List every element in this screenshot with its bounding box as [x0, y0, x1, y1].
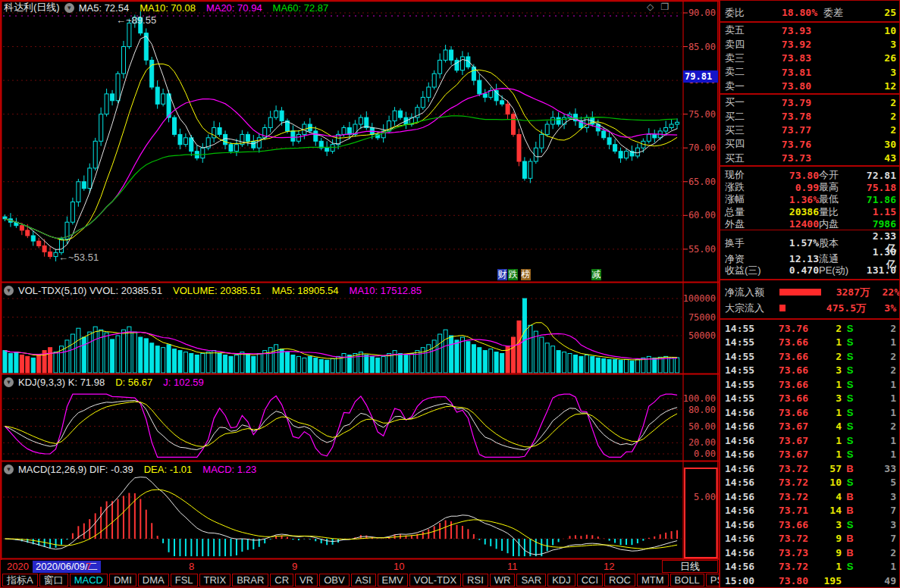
- tick-count: 1: [858, 449, 896, 460]
- tick-price: 73.76: [760, 323, 808, 334]
- stat-value: 131.0: [863, 264, 896, 276]
- tick-count: 5: [858, 477, 896, 488]
- chevron-down-icon[interactable]: ▾: [4, 377, 14, 387]
- main-indicator-value-2: MA20: 70.94: [206, 2, 262, 14]
- kdj-axis-tick: 80.00: [682, 405, 716, 415]
- tick-count: 2: [858, 421, 896, 432]
- main-axis-tick: 70.00: [682, 142, 716, 153]
- charts-column: 科达利(日线) ▾ MA5: 72.54MA10: 70.08MA20: 70.…: [1, 1, 719, 588]
- indicator-button-roc[interactable]: ROC: [604, 574, 635, 586]
- main-chart-header: 科达利(日线) ▾ MA5: 72.54MA10: 70.08MA20: 70.…: [4, 2, 339, 14]
- stat-value: 73.80: [769, 170, 819, 181]
- tick-price: 73.80: [760, 575, 808, 586]
- chevron-down-icon[interactable]: ▾: [4, 286, 14, 296]
- ask-volume: 26: [811, 52, 896, 64]
- stat-row: 现价73.80今开72.81: [720, 168, 900, 180]
- tick-row: 14:5673.661S1: [720, 405, 900, 420]
- bid-label: 买五: [725, 152, 763, 165]
- indicator-button-asi[interactable]: ASI: [351, 574, 376, 586]
- kdj-axis-tick: 50.00: [682, 421, 716, 432]
- indicator-button-boll[interactable]: BOLL: [670, 574, 704, 586]
- bid-price: 73.79: [763, 97, 811, 108]
- main-axis-tick: 55.00: [682, 244, 716, 255]
- tick-time: 14:56: [725, 421, 760, 432]
- split-window-icon[interactable]: ❐: [661, 2, 670, 12]
- ask-price: 73.81: [763, 67, 811, 78]
- stat-row: 总量20386量比1.15: [720, 205, 900, 217]
- tick-list[interactable]: 14:5573.762S214:5573.661S114:5573.662S21…: [720, 320, 900, 588]
- tick-time: 14:55: [725, 379, 760, 390]
- tick-side: S: [842, 393, 858, 404]
- tick-count: 1: [858, 407, 896, 418]
- indicator-button-brar[interactable]: BRAR: [232, 574, 268, 586]
- indicator-button-mtm[interactable]: MTM: [637, 574, 669, 586]
- indicator-button-trix[interactable]: TRIX: [199, 574, 231, 586]
- ask-label: 卖一: [725, 80, 763, 93]
- tick-row: 14:5573.661S1: [720, 336, 900, 350]
- indicator-button-rsi[interactable]: RSI: [463, 574, 488, 586]
- tick-time: 14:56: [725, 491, 760, 502]
- stat-label: 内盘: [819, 217, 863, 231]
- tick-price: 73.66: [760, 379, 808, 390]
- tick-side: S: [842, 407, 858, 418]
- tick-side: B: [842, 533, 858, 544]
- indicator-button-emv[interactable]: EMV: [378, 574, 408, 586]
- indicator-button-vr[interactable]: VR: [295, 574, 318, 586]
- tick-side: B: [842, 505, 858, 516]
- indicator-button-macd[interactable]: MACD: [70, 574, 108, 586]
- tick-row: 14:5673.729B7: [720, 532, 900, 546]
- diamond-icon[interactable]: ◇: [647, 2, 654, 12]
- macd-indicator-value-2: MACD: 1.23: [202, 464, 256, 475]
- tick-time: 14:55: [725, 364, 760, 376]
- bid-price: 73.73: [763, 152, 811, 164]
- tick-volume: 3: [808, 393, 842, 404]
- month-label: 11: [507, 561, 518, 572]
- indicator-button-wr[interactable]: WR: [490, 574, 516, 586]
- indicator-button-dmi[interactable]: DMI: [109, 574, 136, 586]
- date-axis-bar: 2020 2020/06/09/二 789101112 日线: [1, 560, 719, 574]
- tick-count: 2: [858, 323, 896, 334]
- indicator-button-cr[interactable]: CR: [270, 574, 293, 586]
- indicator-button-kdj[interactable]: KDJ: [547, 574, 575, 586]
- stat-label: PE(动): [819, 264, 863, 277]
- tick-side: B: [842, 463, 858, 474]
- tick-volume: 2: [808, 323, 842, 334]
- tick-row: 14:5573.661S1: [720, 377, 900, 392]
- stat-value: 72.81: [863, 170, 896, 181]
- chevron-down-icon[interactable]: ▾: [64, 3, 74, 13]
- macd-pane-header: ▾ MACD(12,26,9) DIF: -0.39DEA: -1.01MACD…: [4, 463, 267, 475]
- tick-side: S: [842, 449, 858, 460]
- kdj-axis-tick: 20.00: [682, 437, 716, 448]
- tick-count: 1: [858, 336, 896, 348]
- tick-price: 73.67: [760, 449, 808, 460]
- indicator-button-指标a[interactable]: 指标A: [2, 574, 38, 586]
- ask-volume: 12: [811, 80, 896, 92]
- indicator-button-obv[interactable]: OBV: [319, 574, 349, 586]
- ask-label: 卖三: [725, 52, 763, 65]
- bid-volume: 2: [811, 111, 896, 122]
- kdj-indicator-value-2: J: 102.59: [163, 377, 204, 388]
- chevron-down-icon[interactable]: ▾: [4, 464, 14, 474]
- indicator-button-vol-tdx[interactable]: VOL-TDX: [409, 574, 461, 586]
- quote-stats: 现价73.80今开72.81涨跌0.99最高75.18涨幅1.36%最低71.8…: [720, 167, 900, 230]
- indicator-button-cci[interactable]: CCI: [577, 574, 603, 586]
- macd-indicator-value-0: MACD(12,26,9) DIF: -0.39: [18, 464, 133, 475]
- tick-time: 14:56: [725, 519, 760, 530]
- indicator-toolbar: 指标A窗口MACDDMIDMAFSLTRIXBRARCRVROBVASIEMVV…: [1, 574, 719, 588]
- ask-volume: 10: [811, 25, 896, 36]
- bid-label: 买三: [725, 124, 763, 137]
- main-axis-tick: 90.00: [682, 8, 716, 18]
- stat-value: 71.86: [863, 194, 896, 205]
- tick-side: S: [842, 477, 858, 488]
- indicator-button-dma[interactable]: DMA: [138, 574, 169, 586]
- tick-time: 14:55: [725, 351, 760, 362]
- tick-count: 1: [858, 561, 896, 572]
- indicator-button-fsl[interactable]: FSL: [171, 574, 198, 586]
- tick-volume: 14: [808, 505, 842, 516]
- tick-time: 15:00: [725, 575, 760, 586]
- indicator-button-窗口[interactable]: 窗口: [39, 574, 68, 586]
- indicator-button-sar[interactable]: SAR: [516, 574, 546, 586]
- tick-count: 3: [858, 519, 896, 530]
- period-selector[interactable]: 日线: [662, 560, 718, 573]
- ask-row: 卖三73.8326: [720, 52, 900, 65]
